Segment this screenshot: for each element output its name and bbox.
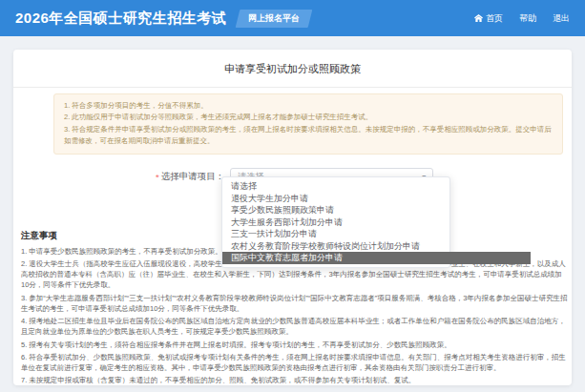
nav-help[interactable]: 帮助 (519, 12, 536, 25)
note-item: 5. 报考有关专项计划的考生，须符合相应报考条件并在网上报名时填报。报考专项计划… (21, 340, 568, 350)
dropdown-option[interactable]: 农村义务教育阶段学校教师特设岗位计划加分申请 (222, 240, 449, 253)
notice-item: 2. 此功能仅用于申请初试加分等照顾政策，考生还须完成网上报名才能参加硕士研究生… (64, 112, 553, 123)
platform-badge-label: 网上报名平台 (248, 12, 300, 25)
note-item: 3. 参加“大学生志愿服务西部计划”“三支一扶计划”“农村义务教育阶段学校教师特… (21, 293, 568, 315)
note-item: 4. 报考地处二区招生单位且毕业后在国务院公布的民族区域自治地方定向就业的少数民… (21, 316, 568, 338)
notice-item: 1. 符合多项加分项目的考生，分值不得累加。 (64, 100, 553, 112)
nav-home[interactable]: 首页 (474, 12, 503, 25)
header-nav: 首页 帮助 退出 (474, 12, 570, 25)
nav-help-label: 帮助 (519, 12, 536, 25)
dropdown-option[interactable]: 请选择 (222, 180, 449, 193)
platform-badge: 网上报名平台 (236, 10, 313, 28)
notice-box: 1. 符合多项加分项目的考生，分值不得累加。 2. 此功能仅用于申请初试加分等照… (53, 93, 563, 155)
main-card: 申请享受初试加分或照顾政策 1. 符合多项加分项目的考生，分值不得累加。 2. … (13, 50, 572, 385)
dropdown-option[interactable]: 享受少数民族照顾政策申请 (222, 204, 449, 217)
required-asterisk: * (156, 172, 159, 182)
dropdown-option[interactable]: 大学生服务西部计划加分申请 (222, 217, 449, 229)
application-type-label: 选择申请项目： (161, 171, 225, 183)
note-item: 6. 符合享受初试加分、少数民族照顾政策、免初试或报考专项计划有关条件的考生，须… (21, 352, 568, 374)
note-item: 7. 未按规定申报或审核（含复审）未通过的，不享受相应的加分、照顾、免初试政策，… (21, 375, 568, 385)
page-title: 申请享受初试加分或照顾政策 (13, 50, 572, 88)
dropdown-option[interactable]: 退役大学生加分申请 (222, 193, 449, 205)
application-type-dropdown: 请选择 退役大学生加分申请 享受少数民族照顾政策申请 大学生服务西部计划加分申请… (221, 176, 450, 268)
notice-item: 3. 符合规定条件并申请享受初试加分或照顾政策的考生，须在网上报名时按要求填报相… (64, 124, 553, 148)
app-title: 2026年全国硕士研究生招生考试 (15, 10, 226, 28)
dropdown-option-highlighted[interactable]: 国际中文教育志愿者加分申请 (222, 252, 531, 264)
nav-logout[interactable]: 退出 (553, 12, 570, 25)
nav-logout-label: 退出 (553, 12, 570, 25)
nav-home-label: 首页 (486, 12, 503, 25)
dropdown-option[interactable]: 三支一扶计划加分申请 (222, 228, 449, 240)
home-icon (474, 14, 483, 23)
app-header: 2026年全国硕士研究生招生考试 网上报名平台 首页 帮助 退出 (0, 0, 585, 36)
